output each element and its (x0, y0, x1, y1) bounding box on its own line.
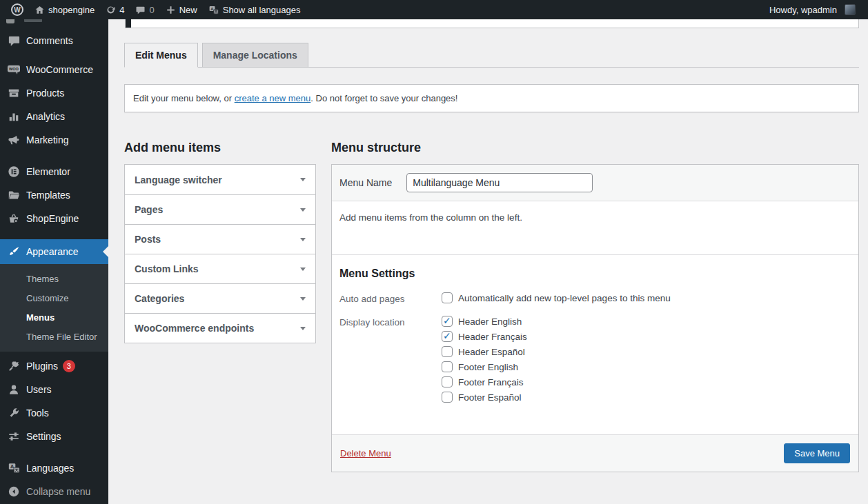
sidebar-item-settings[interactable]: Settings (0, 425, 108, 448)
collapse-arrow-icon (7, 485, 21, 498)
sidebar-item-comments[interactable]: Comments (0, 29, 108, 52)
location-option: Footer Français (442, 376, 527, 387)
location-option: Footer Español (442, 392, 527, 403)
add-menu-items-accordion: Language switcher Pages Posts Custom Lin… (124, 164, 316, 343)
submenu-item-theme-file-editor[interactable]: Theme File Editor (0, 327, 108, 346)
location-label: Header Español (458, 347, 525, 357)
chevron-down-icon (300, 238, 306, 241)
sidebar-item-label: Languages (26, 463, 74, 474)
auto-add-pages-label: Auto add pages (339, 292, 442, 308)
manage-menus-notice: Edit your menu below, or create a new me… (124, 84, 859, 112)
my-account-menu[interactable]: Howdy, wpadmin (764, 0, 861, 19)
bar-chart-icon (7, 110, 21, 123)
wp-logo-menu[interactable]: W (6, 0, 29, 19)
display-location-options: Header English Header Français Header Es… (442, 316, 527, 407)
chevron-down-icon (300, 268, 306, 271)
sidebar-item-plugins[interactable]: Plugins 3 (0, 354, 108, 378)
sidebar-item-appearance[interactable]: Appearance (0, 239, 108, 264)
accordion-label: WooCommerce endpoints (135, 323, 254, 334)
folder-icon (7, 188, 21, 202)
products-icon (7, 86, 21, 100)
updates-link[interactable]: 4 (100, 0, 130, 19)
location-checkbox-footer-espanol[interactable] (442, 392, 453, 403)
sidebar-item-templates[interactable]: Templates (0, 183, 108, 207)
clipped-menu-item (0, 19, 108, 29)
notice-text: . Do not forget to save your changes! (310, 93, 457, 103)
site-name-link[interactable]: shopengine (29, 0, 100, 19)
accordion-label: Custom Links (135, 263, 199, 274)
auto-add-pages-row: Auto add pages Automatically add new top… (339, 292, 851, 308)
sidebar-item-shopengine[interactable]: ShopEngine (0, 207, 108, 230)
menu-structure-box: Menu Name Add menu items from the column… (331, 164, 859, 472)
sidebar-item-label: Templates (26, 190, 70, 201)
accordion-label: Pages (135, 204, 163, 215)
sidebar-item-products[interactable]: Products (0, 81, 108, 105)
location-option: Header English (442, 316, 527, 327)
menu-name-input[interactable] (406, 173, 593, 192)
accordion-language-switcher[interactable]: Language switcher (125, 165, 315, 194)
location-checkbox-header-espanol[interactable] (442, 346, 453, 357)
collapse-menu-button[interactable]: Collapse menu (0, 480, 108, 503)
sidebar-item-languages[interactable]: A Languages (0, 456, 108, 480)
svg-text:WOO: WOO (9, 67, 19, 71)
accordion-categories[interactable]: Categories (125, 283, 315, 313)
auto-add-pages-option: Automatically add new top-level pages to… (442, 292, 671, 303)
submenu-label: Customize (26, 293, 68, 303)
location-checkbox-footer-english[interactable] (442, 361, 453, 372)
sidebar-item-label: Comments (26, 35, 73, 46)
display-location-row: Display location Header English Header F… (339, 316, 851, 407)
sidebar-item-label: Settings (26, 431, 61, 442)
sidebar-item-label: Users (26, 384, 52, 395)
location-checkbox-header-francais[interactable] (442, 331, 453, 342)
auto-add-pages-checkbox[interactable] (442, 292, 453, 303)
display-location-label: Display location (339, 316, 442, 407)
menu-actions-footer: Delete Menu Save Menu (332, 434, 858, 472)
translate-icon: A (208, 5, 219, 15)
howdy-label: Howdy, wpadmin (769, 5, 837, 15)
location-label: Footer English (458, 362, 518, 372)
submenu-label: Theme File Editor (26, 332, 97, 342)
empty-menu-hint: Add menu items from the column on the le… (332, 201, 858, 254)
tab-manage-locations[interactable]: Manage Locations (202, 43, 308, 68)
sidebar-item-woocommerce[interactable]: WOO WooCommerce (0, 58, 108, 81)
menu-name-label: Menu Name (339, 177, 392, 188)
menu-settings-section: Menu Settings Auto add pages Automatical… (332, 254, 858, 434)
woocommerce-icon: WOO (7, 63, 21, 77)
sidebar-item-tools[interactable]: Tools (0, 401, 108, 425)
svg-text:A: A (10, 463, 13, 470)
tab-edit-menus[interactable]: Edit Menus (124, 43, 198, 68)
create-new-menu-link[interactable]: create a new menu (235, 93, 311, 103)
sidebar-item-analytics[interactable]: Analytics (0, 105, 108, 128)
submenu-item-customize[interactable]: Customize (0, 288, 108, 308)
tab-label: Manage Locations (213, 50, 297, 61)
sidebar-item-users[interactable]: Users (0, 378, 108, 401)
menu-structure-column: Menu structure Menu Name Add menu items … (331, 141, 859, 472)
plugin-icon (7, 359, 21, 373)
submenu-item-themes[interactable]: Themes (0, 269, 108, 288)
sidebar-item-label: Appearance (26, 246, 79, 257)
comments-link[interactable]: 0 (130, 0, 159, 19)
accordion-woocommerce-endpoints[interactable]: WooCommerce endpoints (125, 313, 315, 343)
delete-menu-link[interactable]: Delete Menu (340, 448, 391, 458)
accordion-posts[interactable]: Posts (125, 224, 315, 254)
admin-bar: W shopengine 4 0 New A Show all language… (0, 0, 868, 19)
submenu-label: Themes (26, 274, 59, 284)
menu-settings-title: Menu Settings (339, 268, 851, 280)
plugins-update-badge: 3 (63, 360, 75, 372)
sidebar-item-label: WooCommerce (26, 64, 93, 75)
sidebar-item-label: Products (26, 88, 64, 99)
sidebar-item-elementor[interactable]: Elementor (0, 160, 108, 183)
auto-add-pages-text: Automatically add new top-level pages to… (458, 293, 671, 303)
submenu-item-menus[interactable]: Menus (0, 308, 108, 327)
show-all-languages-menu[interactable]: A Show all languages (203, 0, 306, 19)
location-checkbox-header-english[interactable] (442, 316, 453, 327)
sidebar-item-marketing[interactable]: Marketing (0, 128, 108, 152)
accordion-pages[interactable]: Pages (125, 194, 315, 224)
accordion-custom-links[interactable]: Custom Links (125, 254, 315, 283)
clipped-dark-fragment (126, 19, 131, 28)
new-content-menu[interactable]: New (160, 0, 203, 19)
location-label: Header English (458, 316, 522, 327)
location-checkbox-footer-francais[interactable] (442, 376, 453, 387)
save-menu-button[interactable]: Save Menu (784, 443, 850, 463)
wordpress-logo-icon: W (11, 3, 23, 16)
